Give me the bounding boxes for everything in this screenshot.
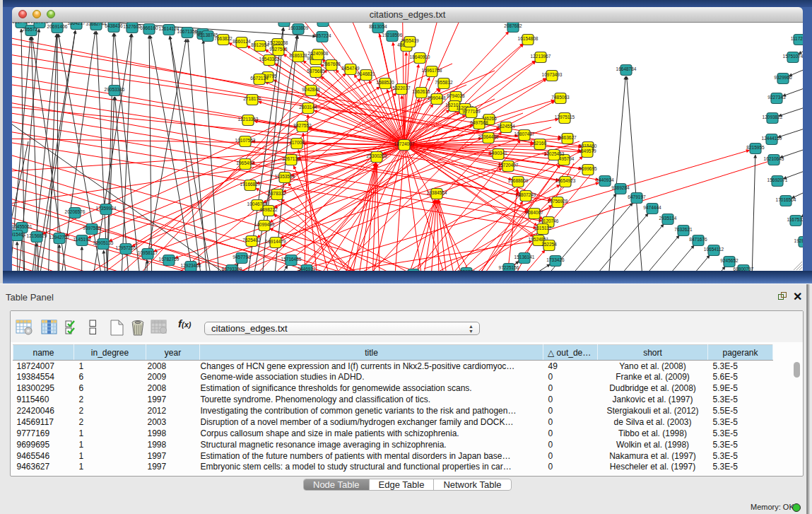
svg-text:18640910: 18640910 (410, 54, 430, 59)
svg-text:19289546: 19289546 (794, 238, 803, 243)
svg-text:7857224: 7857224 (313, 33, 331, 38)
svg-text:3564217: 3564217 (67, 23, 86, 25)
svg-text:83793389: 83793389 (222, 267, 242, 271)
svg-text:1362615: 1362615 (412, 89, 430, 94)
svg-text:9463627: 9463627 (558, 135, 577, 140)
svg-text:7485063: 7485063 (551, 95, 570, 100)
svg-text:6497568: 6497568 (470, 120, 488, 125)
svg-text:17359924: 17359924 (96, 206, 117, 211)
svg-text:9146821: 9146821 (357, 71, 375, 76)
svg-text:16961758: 16961758 (422, 68, 442, 73)
svg-text:10958117: 10958117 (138, 250, 158, 255)
svg-text:417004: 417004 (289, 140, 305, 145)
svg-text:7955812: 7955812 (435, 80, 453, 85)
svg-text:12614124: 12614124 (159, 26, 180, 31)
svg-text:3915461: 3915461 (12, 232, 26, 237)
svg-text:12975115: 12975115 (555, 115, 575, 119)
svg-text:5875685: 5875685 (307, 69, 325, 74)
svg-text:9699695: 9699695 (579, 166, 597, 171)
svg-text:68800797: 68800797 (734, 267, 754, 271)
svg-text:17957255: 17957255 (116, 245, 136, 250)
svg-text:8660124: 8660124 (233, 39, 251, 44)
svg-text:1527602: 1527602 (123, 24, 141, 29)
svg-text:2803144: 2803144 (299, 105, 317, 110)
svg-text:1167533: 1167533 (787, 217, 803, 222)
svg-text:8471676: 8471676 (689, 237, 707, 242)
svg-text:12213363: 12213363 (238, 117, 259, 122)
svg-text:20364436: 20364436 (478, 134, 499, 139)
svg-text:6672134: 6672134 (250, 76, 269, 81)
svg-text:18807249: 18807249 (516, 192, 536, 197)
svg-text:1145194: 1145194 (73, 237, 91, 242)
svg-text:12093822: 12093822 (763, 115, 783, 119)
svg-text:1588520: 1588520 (376, 80, 394, 85)
svg-text:9389284: 9389284 (611, 185, 630, 190)
svg-text:20206576: 20206576 (65, 209, 86, 214)
svg-text:17016504: 17016504 (776, 197, 796, 202)
svg-text:10688609: 10688609 (508, 178, 529, 183)
svg-text:62160: 62160 (534, 141, 546, 146)
svg-text:16543362: 16543362 (259, 57, 280, 62)
svg-text:7625402: 7625402 (242, 238, 261, 243)
svg-text:8215955: 8215955 (746, 145, 765, 150)
svg-text:6229731: 6229731 (457, 269, 476, 271)
svg-text:25300203: 25300203 (367, 153, 387, 158)
svg-text:10120746: 10120746 (539, 218, 559, 223)
svg-text:14099489: 14099489 (254, 222, 275, 227)
svg-text:8813054: 8813054 (369, 24, 387, 29)
svg-text:9457791: 9457791 (233, 255, 251, 259)
svg-text:15716485: 15716485 (281, 257, 302, 262)
svg-text:7663822: 7663822 (214, 36, 233, 41)
svg-text:12213967: 12213967 (531, 54, 551, 59)
svg-text:1117245: 1117245 (791, 36, 803, 41)
svg-text:97225156: 97225156 (499, 265, 519, 270)
svg-text:5446912: 5446912 (298, 267, 316, 271)
svg-text:9245652: 9245652 (720, 258, 739, 263)
svg-text:6479197: 6479197 (628, 194, 646, 199)
svg-text:26240908: 26240908 (308, 51, 329, 56)
svg-text:10025453: 10025453 (544, 151, 565, 156)
svg-text:1733426: 1733426 (546, 257, 565, 262)
svg-text:15692071: 15692071 (767, 177, 788, 182)
svg-text:252254: 252254 (541, 242, 557, 247)
svg-text:10807487: 10807487 (514, 132, 535, 136)
svg-text:16154808: 16154808 (518, 36, 539, 41)
svg-text:16033809: 16033809 (288, 25, 309, 30)
svg-text:10107553: 10107553 (235, 138, 256, 143)
svg-text:29053346: 29053346 (105, 87, 125, 92)
svg-text:12923468: 12923468 (181, 263, 201, 268)
svg-text:12156829: 12156829 (27, 233, 47, 238)
svg-text:18724007: 18724007 (394, 141, 415, 146)
svg-text:1965492: 1965492 (236, 160, 254, 165)
svg-text:7632621: 7632621 (674, 227, 693, 232)
svg-text:8912954: 8912954 (251, 42, 269, 47)
svg-text:9517485: 9517485 (12, 23, 30, 24)
svg-text:10973493: 10973493 (542, 72, 563, 77)
svg-text:5878332: 5878332 (268, 191, 286, 196)
svg-text:19384554: 19384554 (427, 190, 447, 195)
svg-text:10654112: 10654112 (704, 247, 724, 252)
svg-text:1440934: 1440934 (596, 177, 614, 182)
svg-text:20691406: 20691406 (47, 24, 68, 29)
svg-text:6966160: 6966160 (140, 25, 158, 30)
svg-text:5322037: 5322037 (392, 86, 411, 90)
svg-text:12942757: 12942757 (49, 235, 70, 240)
svg-text:11353594: 11353594 (275, 174, 295, 179)
svg-text:9474444: 9474444 (643, 205, 661, 210)
svg-text:15751074: 15751074 (783, 54, 803, 59)
svg-text:19166827: 19166827 (240, 182, 261, 187)
svg-text:7955419: 7955419 (401, 38, 419, 43)
svg-text:15720407: 15720407 (498, 163, 519, 168)
svg-text:15136141: 15136141 (514, 255, 535, 259)
svg-text:19756928: 19756928 (548, 199, 568, 204)
svg-text:9227343: 9227343 (767, 95, 786, 100)
svg-text:16648784: 16648784 (616, 66, 637, 71)
svg-text:3624554: 3624554 (497, 124, 515, 129)
svg-text:6794028: 6794028 (447, 93, 465, 98)
svg-text:9777169: 9777169 (462, 109, 481, 114)
svg-text:8454749: 8454749 (341, 66, 360, 71)
svg-text:2867608: 2867608 (322, 62, 341, 66)
svg-text:9327503: 9327503 (269, 47, 288, 52)
svg-text:9084067: 9084067 (525, 210, 543, 215)
svg-text:12444159: 12444159 (762, 136, 782, 141)
